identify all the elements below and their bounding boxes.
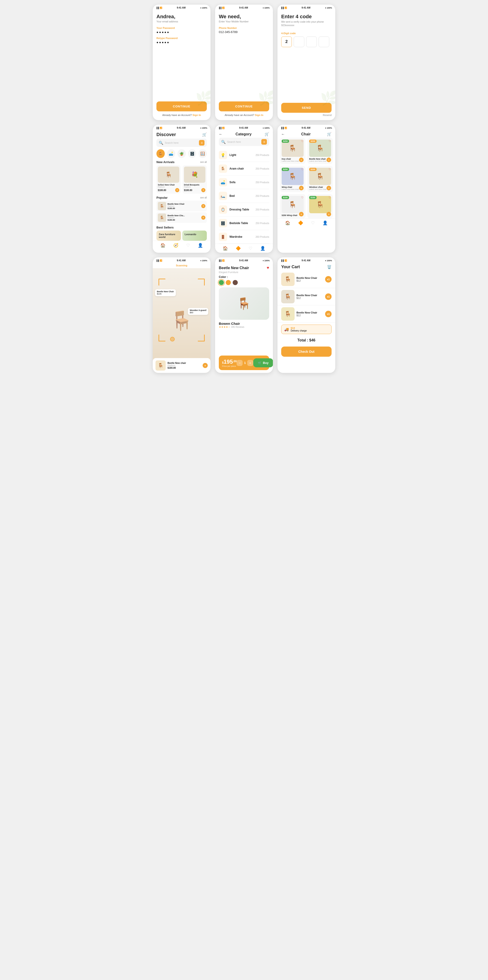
cart-icon-category[interactable]: 🛒	[265, 132, 269, 136]
cat-item-wardrobe[interactable]: 🚪 Wardrobe 260 Products	[219, 230, 269, 244]
chair-wing-add[interactable]: +	[299, 186, 304, 190]
code-label: 4-Digit code	[281, 32, 332, 35]
cat-icon-sofa[interactable]: 🛋️	[167, 149, 175, 158]
chair-nav-heart[interactable]: ♡	[311, 220, 315, 226]
sofasi-add-btn[interactable]: +	[175, 188, 179, 192]
password-dots[interactable]: ●●●●●	[156, 30, 207, 34]
product-sofasi[interactable]: 🪑 Sofasi New Chair Platform $180.80 +	[156, 165, 181, 194]
filter-btn-category[interactable]: ☰	[261, 139, 267, 145]
cart-info-1: Beetle New Chair $12	[296, 277, 323, 282]
cat-item-sofa[interactable]: 🛋️ Sofa 250 Products	[219, 176, 269, 189]
phone-continue-btn[interactable]: CONTINUE	[219, 102, 269, 111]
cat-icon-window[interactable]: 🪟	[199, 149, 207, 158]
phone-value[interactable]: 012-345-6789	[219, 30, 269, 34]
signup-signin-link[interactable]: Sign In	[192, 114, 201, 116]
qty-plus-btn[interactable]: +	[247, 360, 253, 366]
chair-nav-profile[interactable]: 👤	[323, 220, 327, 226]
cat-nav-profile[interactable]: 👤	[260, 246, 265, 251]
chair-beetle-add[interactable]: +	[326, 158, 331, 162]
chair-wing[interactable]: $250 ♡ 🪑 Wing chair Latest and New chair…	[280, 166, 305, 192]
chair-5250-heart[interactable]: ♡	[301, 196, 304, 199]
nav-heart-icon[interactable]: ♡	[186, 243, 190, 248]
cat-icon-chair[interactable]: 🪑	[156, 149, 165, 158]
qty-minus-btn[interactable]: −	[237, 360, 243, 366]
price-bar: $195.00 Price per piece − 1 + 🛒 Buy	[219, 356, 269, 370]
dried-price: $180.80	[184, 189, 192, 191]
chair-key-add[interactable]: +	[299, 158, 304, 162]
color-orange[interactable]	[226, 280, 231, 285]
code-digit-4[interactable]	[319, 37, 329, 47]
cart-item-3[interactable]: 🪑 Beetle New Chair $12 x1	[278, 305, 335, 323]
cart-item-2[interactable]: 🪑 Beetle New Chair $12 x1	[278, 288, 335, 305]
chair-windsor[interactable]: $200 ♡ 🪑 Windsor chair Latest and New ch…	[307, 166, 333, 192]
chair-beetle[interactable]: $200 ♡ 🪑 Beetle New chair Latest and New…	[307, 138, 333, 164]
color-green[interactable]	[219, 280, 224, 285]
cat-nav-category[interactable]: 🔶	[236, 246, 241, 251]
chair-key[interactable]: $250 ♡ 🪑 Key chair Latest and New chair …	[280, 138, 305, 164]
cat-item-bed[interactable]: 🛏️ Bed 250 Products	[219, 189, 269, 203]
chair-mustard-add[interactable]: +	[326, 212, 331, 216]
best-brand-2[interactable]: Leonardo	[182, 231, 207, 241]
category-search-bar[interactable]: 🔍 Search here ☰	[219, 138, 269, 146]
nav-compass-icon[interactable]: 🧭	[173, 243, 178, 248]
checkout-btn[interactable]: Check Out	[281, 347, 332, 357]
chair-back-btn[interactable]: ←	[281, 132, 285, 136]
cat-icon-cabinet[interactable]: 🗄️	[188, 149, 196, 158]
product-heart-icon[interactable]: ♥	[267, 266, 269, 270]
resend-text[interactable]: Resend	[281, 114, 332, 116]
wifi-icon-2: 📶	[222, 7, 224, 9]
popular-see-all[interactable]: see all	[200, 196, 207, 199]
popular-item-2[interactable]: 🪑 Beetle New Cha... Platform $180.80 +	[156, 212, 207, 223]
chair-windsor-add[interactable]: +	[326, 186, 331, 190]
code-digit-3[interactable]	[306, 37, 317, 47]
cart-item-1[interactable]: 🪑 Beetle New Chair $12 x1	[278, 271, 335, 288]
chair-beetle-heart[interactable]: ♡	[329, 140, 331, 143]
nav-profile-icon[interactable]: 👤	[198, 243, 203, 248]
chair-mustard-heart[interactable]: ♡	[329, 196, 331, 199]
time-6: 9:41 AM	[302, 127, 310, 129]
popular-item-1[interactable]: 🪑 Beetle New Chair Platform $180.80 +	[156, 201, 207, 212]
popular-add-2[interactable]: +	[201, 216, 205, 220]
nav-home-icon[interactable]: 🏠	[161, 243, 165, 248]
cat-item-bedside[interactable]: 🗄️ Bedside Table 250 Products	[219, 216, 269, 230]
cart-icon-discover[interactable]: 🛒	[202, 132, 207, 137]
cart-item-price-3: $12	[296, 314, 323, 317]
phone-signin-link[interactable]: Sign In	[255, 114, 264, 116]
best-brand-1[interactable]: Zara furniture world	[156, 231, 181, 241]
chair-nav-home[interactable]: 🏠	[285, 220, 290, 226]
send-btn[interactable]: SEND	[281, 103, 332, 113]
signup-continue-btn[interactable]: CONTINUE	[156, 102, 207, 111]
retype-dots[interactable]: ●●●●●	[156, 40, 207, 44]
signal-icon-2: ▐▐	[218, 7, 221, 9]
product-dried[interactable]: 💐 Dried Bouquets Platform $180.80 +	[183, 165, 207, 194]
code-digit-1[interactable]: 2	[281, 37, 292, 47]
code-digit-2[interactable]	[294, 37, 304, 47]
new-arrivals-see-all[interactable]: see all	[200, 161, 207, 163]
buy-btn[interactable]: 🛒 Buy	[253, 358, 273, 368]
cart-icon-chair[interactable]: 🛒	[327, 132, 332, 136]
discover-search-bar[interactable]: 🔍 Search here ☰	[156, 138, 207, 147]
dried-add-btn[interactable]: +	[201, 188, 205, 192]
trash-icon[interactable]: 🗑️	[327, 265, 332, 269]
cat-nav-heart[interactable]: ♡	[249, 246, 252, 251]
popular-add-1[interactable]: +	[201, 204, 205, 208]
cat-nav-home[interactable]: 🏠	[223, 246, 228, 251]
filter-btn-discover[interactable]: ☰	[199, 140, 205, 146]
category-back-btn[interactable]: ←	[219, 132, 223, 136]
scan-corner-tr	[198, 278, 205, 286]
color-brown[interactable]	[233, 280, 238, 285]
chair-nav-category[interactable]: 🔶	[298, 220, 303, 226]
chair-5250[interactable]: $100 ♡ 🪑 5250 Wing chair +	[280, 194, 305, 218]
status-bar-2: ▐▐ 📶 9:41 AM ♦ 100%	[215, 5, 273, 10]
chair-windsor-heart[interactable]: ♡	[329, 168, 331, 171]
cat-item-dressing[interactable]: 🪞 Dressing Table 250 Products	[219, 203, 269, 216]
cat-item-aram[interactable]: 🪑 Aram chair 250 Products	[219, 162, 269, 176]
chair-5250-add[interactable]: +	[299, 212, 304, 216]
chair-key-heart[interactable]: ♡	[301, 140, 304, 143]
cat-item-light[interactable]: 💡 Light 250 Products	[219, 148, 269, 162]
chair-mustard[interactable]: $150 ♡ 🪑 +	[307, 194, 333, 218]
best-sellers-title: Best Sellers	[156, 226, 173, 229]
scan-add-btn[interactable]: +	[203, 363, 208, 368]
chair-wing-heart[interactable]: ♡	[301, 168, 304, 171]
cat-icon-plant[interactable]: 🪴	[178, 149, 186, 158]
